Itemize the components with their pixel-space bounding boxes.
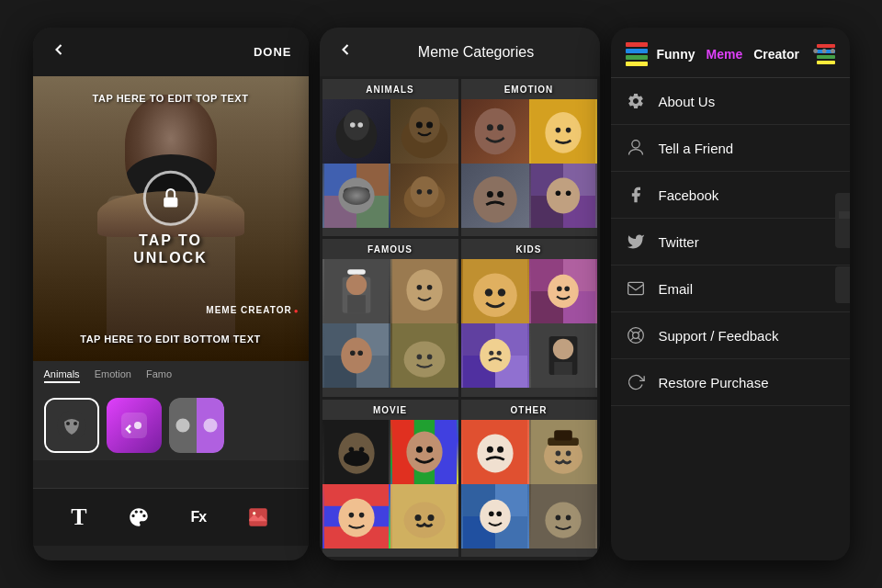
- kids-grid: [461, 259, 597, 388]
- svg-point-49: [345, 275, 366, 295]
- app-name-meme: Meme: [707, 47, 743, 62]
- tab-animals[interactable]: Animals: [44, 368, 80, 383]
- back-button[interactable]: [50, 40, 68, 63]
- editor-header: DONE: [33, 28, 309, 76]
- svg-point-68: [484, 289, 492, 297]
- svg-point-75: [557, 287, 562, 292]
- svg-rect-0: [164, 198, 177, 208]
- app-title: Funny Meme Creator: [657, 47, 799, 62]
- flag-yellow: [626, 62, 648, 66]
- app-name-creator: Creator: [753, 47, 799, 62]
- email-icon: [626, 278, 646, 299]
- text-tool[interactable]: T: [71, 503, 86, 531]
- svg-point-59: [341, 338, 372, 374]
- menu-item-friend[interactable]: Tell a Friend: [611, 125, 850, 172]
- sticker-pink-bg: [107, 398, 162, 453]
- svg-point-22: [358, 188, 368, 196]
- emotion-grid: [461, 99, 597, 228]
- tap-top-text[interactable]: TAP HERE TO EDIT TOP TEXT: [93, 93, 249, 104]
- dots-menu[interactable]: •••: [813, 42, 839, 62]
- menu-item-email[interactable]: Email: [611, 266, 850, 312]
- menu-item-support[interactable]: Support / Feedback: [611, 312, 850, 359]
- user-icon: [626, 138, 646, 158]
- svg-point-24: [357, 189, 363, 195]
- animals-label: ANIMALS: [322, 85, 458, 95]
- svg-point-3: [74, 422, 77, 425]
- animals-thumb-1: [322, 99, 390, 164]
- fx-tool[interactable]: Fx: [191, 509, 207, 526]
- tab-famous[interactable]: Famo: [146, 368, 172, 383]
- svg-point-53: [416, 285, 422, 290]
- restore-purchase-label: Restore Purchase: [659, 375, 769, 390]
- support-feedback-label: Support / Feedback: [659, 328, 779, 344]
- settings-header-wrapper: Funny Meme Creator •••: [611, 28, 850, 78]
- sticker-item-3[interactable]: [169, 398, 224, 453]
- svg-point-128: [565, 514, 571, 520]
- category-movie[interactable]: MOVIE: [322, 400, 458, 557]
- svg-rect-47: [347, 270, 366, 276]
- svg-point-15: [426, 122, 433, 129]
- svg-point-74: [548, 275, 579, 308]
- svg-point-69: [497, 289, 504, 297]
- sticker-item-1[interactable]: [44, 398, 99, 453]
- svg-point-124: [496, 511, 502, 516]
- movie-thumb-2: [390, 420, 458, 484]
- animals-thumb-3: [322, 164, 390, 228]
- svg-point-102: [348, 512, 354, 517]
- svg-line-134: [638, 337, 641, 341]
- right-overflow: [839, 211, 850, 219]
- menu-item-about[interactable]: About Us: [611, 78, 850, 125]
- emotion-thumb-1: [461, 99, 529, 164]
- svg-point-63: [403, 342, 445, 378]
- svg-point-81: [480, 339, 511, 372]
- category-animals[interactable]: ANIMALS: [322, 79, 458, 236]
- tell-friend-label: Tell a Friend: [659, 141, 734, 156]
- lock-overlay: TAP TOUNLOCK: [133, 171, 207, 266]
- movie-label: MOVIE: [322, 405, 458, 415]
- emotion-thumb-3: [461, 164, 529, 228]
- other-grid: [461, 420, 597, 548]
- other-thumb-3: [461, 484, 529, 548]
- svg-point-28: [426, 189, 432, 195]
- categories-title: Meme Categories: [369, 44, 583, 61]
- menu-item-facebook[interactable]: Facebook: [611, 172, 850, 219]
- famous-label: FAMOUS: [322, 244, 458, 254]
- animals-thumb-4: [390, 164, 458, 228]
- kids-thumb-4: [529, 323, 597, 388]
- menu-item-restore[interactable]: Restore Purchase: [611, 359, 850, 406]
- done-button[interactable]: DONE: [254, 45, 292, 59]
- movie-thumb-1: [322, 420, 390, 484]
- toolbar-bottom: T Fx: [33, 488, 309, 546]
- menu-item-twitter[interactable]: Twitter: [611, 219, 850, 266]
- svg-point-2: [66, 422, 70, 425]
- sticker-item-2[interactable]: [107, 398, 162, 453]
- category-kids[interactable]: KIDS: [461, 239, 597, 396]
- meme-canvas[interactable]: TAP HERE TO EDIT TOP TEXT TAP TOUNLOCK M…: [33, 76, 309, 361]
- flag-blue: [626, 49, 648, 53]
- image-tool[interactable]: [246, 505, 270, 529]
- tap-bottom-text[interactable]: TAP HERE TO EDIT BOTTOM TEXT: [80, 334, 261, 345]
- categories-back-button[interactable]: [336, 40, 355, 63]
- svg-point-9: [344, 109, 369, 141]
- tab-emotion[interactable]: Emotion: [95, 368, 131, 383]
- svg-point-36: [473, 176, 517, 222]
- svg-point-61: [357, 351, 363, 356]
- svg-point-23: [350, 189, 356, 195]
- support-icon: [626, 325, 646, 345]
- svg-point-109: [477, 434, 513, 472]
- categories-bar: Animals Emotion Famo: [33, 361, 309, 390]
- palette-tool[interactable]: [127, 505, 151, 529]
- screens-container: DONE TAP HERE TO EDIT TOP TEXT: [15, 9, 868, 579]
- svg-point-107: [427, 514, 434, 521]
- screen-settings: Funny Meme Creator •••: [611, 28, 850, 560]
- svg-point-92: [344, 450, 369, 466]
- category-emotion[interactable]: EMOTION: [461, 79, 597, 236]
- famous-thumb-4: [390, 323, 458, 388]
- lock-icon-circle: [143, 171, 198, 226]
- category-other[interactable]: OTHER: [461, 400, 597, 557]
- emotion-thumb-2: [529, 99, 597, 164]
- sticker-dark-bg: [46, 400, 97, 451]
- category-famous[interactable]: FAMOUS: [322, 239, 458, 396]
- svg-point-10: [350, 122, 356, 128]
- svg-point-101: [338, 498, 374, 537]
